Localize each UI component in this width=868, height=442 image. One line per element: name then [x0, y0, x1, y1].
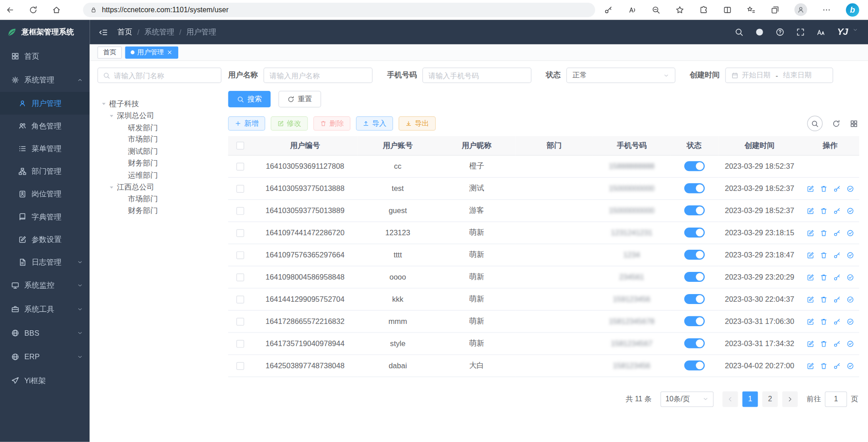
status-toggle[interactable]	[684, 205, 704, 215]
delete-icon[interactable]	[820, 362, 827, 370]
favorites-bar-icon[interactable]	[747, 5, 756, 14]
reset-password-icon[interactable]	[833, 273, 840, 281]
browser-home-icon[interactable]	[52, 5, 61, 14]
search-toggle-button[interactable]	[807, 116, 822, 131]
tab-home[interactable]: 首页	[97, 46, 122, 58]
next-page-button[interactable]	[782, 391, 797, 407]
delete-icon[interactable]	[820, 295, 827, 303]
page-button-1[interactable]: 1	[742, 391, 758, 407]
tree-node-测试部门[interactable]: 测试部门	[97, 146, 221, 157]
date-range-picker[interactable]: 开始日期 - 结束日期	[725, 67, 833, 83]
edit-icon[interactable]	[806, 318, 814, 325]
reset-password-icon[interactable]	[833, 340, 840, 347]
row-checkbox[interactable]	[237, 207, 244, 214]
page-button-2[interactable]: 2	[762, 391, 778, 407]
prev-page-button[interactable]	[722, 391, 738, 407]
status-toggle[interactable]	[684, 294, 704, 304]
password-key-icon[interactable]	[604, 5, 613, 14]
import-button[interactable]: 导入	[356, 116, 393, 131]
phone-input[interactable]	[422, 67, 531, 83]
sidebar-item-菜单管理[interactable]: 菜单管理	[0, 138, 90, 160]
reset-password-icon[interactable]	[833, 207, 840, 214]
status-toggle[interactable]	[684, 316, 704, 326]
split-screen-icon[interactable]	[723, 5, 732, 14]
edit-icon[interactable]	[806, 273, 814, 281]
sidebar-item-ERP[interactable]: ERP	[0, 345, 90, 369]
row-checkbox[interactable]	[237, 340, 244, 347]
user-avatar-logo[interactable]: YJ	[837, 27, 848, 38]
sidebar-item-系统工具[interactable]: 系统工具	[0, 297, 90, 321]
delete-icon[interactable]	[820, 318, 827, 325]
tree-node-运维部门[interactable]: 运维部门	[97, 170, 221, 181]
assign-role-icon[interactable]	[846, 318, 854, 325]
tree-node-研发部门[interactable]: 研发部门	[97, 122, 221, 133]
status-toggle[interactable]	[684, 272, 704, 282]
page-size-select[interactable]: 10条/页	[660, 391, 713, 407]
username-input[interactable]	[264, 67, 373, 83]
caret-down-icon[interactable]	[101, 101, 107, 107]
assign-role-icon[interactable]	[846, 251, 854, 259]
help-icon[interactable]	[776, 28, 785, 37]
sidebar-item-日志管理[interactable]: 日志管理	[0, 251, 90, 273]
assign-role-icon[interactable]	[846, 362, 854, 370]
assign-role-icon[interactable]	[846, 229, 854, 237]
reset-password-icon[interactable]	[833, 362, 840, 370]
status-toggle[interactable]	[684, 161, 704, 171]
search-button[interactable]: 搜索	[228, 91, 270, 108]
status-toggle[interactable]	[684, 228, 704, 238]
edit-icon[interactable]	[806, 207, 814, 214]
sidebar-item-用户管理[interactable]: 用户管理	[0, 92, 90, 114]
delete-icon[interactable]	[820, 229, 827, 237]
breadcrumb-system[interactable]: 系统管理	[144, 27, 174, 37]
caret-down-icon[interactable]	[109, 113, 114, 119]
sidebar-item-岗位管理[interactable]: 岗位管理	[0, 183, 90, 205]
extensions-icon[interactable]	[699, 5, 708, 14]
reset-password-icon[interactable]	[833, 295, 840, 303]
tree-node-市场部门[interactable]: 市场部门	[97, 134, 221, 146]
collections-icon[interactable]	[771, 5, 780, 14]
sidebar-item-字典管理[interactable]: 字典管理	[0, 205, 90, 228]
github-icon[interactable]	[755, 28, 764, 37]
tree-node-财务部门[interactable]: 财务部门	[97, 157, 221, 169]
add-button[interactable]: 新增	[228, 116, 265, 131]
reset-password-icon[interactable]	[833, 318, 840, 325]
goto-page-input[interactable]	[825, 391, 847, 407]
sidebar-item-BBS[interactable]: BBS	[0, 321, 90, 345]
delete-icon[interactable]	[820, 273, 827, 281]
sidebar-item-首页[interactable]: 首页	[0, 44, 90, 68]
assign-role-icon[interactable]	[846, 207, 854, 214]
sidebar-item-参数设置[interactable]: 参数设置	[0, 228, 90, 251]
delete-icon[interactable]	[820, 340, 827, 347]
row-checkbox[interactable]	[237, 251, 244, 259]
delete-icon[interactable]	[820, 207, 827, 214]
row-checkbox[interactable]	[237, 295, 244, 303]
reset-button[interactable]: 重置	[279, 91, 321, 108]
status-toggle[interactable]	[684, 338, 704, 348]
breadcrumb-home[interactable]: 首页	[117, 27, 132, 37]
status-toggle[interactable]	[684, 361, 704, 371]
sidebar-item-系统监控[interactable]: 系统监控	[0, 274, 90, 298]
sidebar-item-角色管理[interactable]: 角色管理	[0, 114, 90, 137]
status-select[interactable]: 正常	[566, 67, 675, 83]
reload-icon[interactable]	[29, 5, 38, 14]
assign-role-icon[interactable]	[846, 340, 854, 347]
reset-password-icon[interactable]	[833, 251, 840, 259]
edit-icon[interactable]	[806, 340, 814, 347]
row-checkbox[interactable]	[237, 273, 244, 281]
dept-search-input[interactable]	[114, 71, 216, 79]
font-size-icon[interactable]	[817, 28, 826, 37]
edit-icon[interactable]	[806, 185, 814, 192]
sidebar-item-部门管理[interactable]: 部门管理	[0, 160, 90, 183]
tab-user-management[interactable]: 用户管理	[125, 46, 178, 58]
tree-node-橙子科技[interactable]: 橙子科技	[97, 98, 221, 110]
row-checkbox[interactable]	[237, 162, 244, 170]
row-checkbox[interactable]	[237, 362, 244, 370]
row-checkbox[interactable]	[237, 318, 244, 325]
status-toggle[interactable]	[684, 250, 704, 260]
sidebar-fold-icon[interactable]	[99, 28, 108, 37]
delete-button[interactable]: 删除	[313, 116, 351, 131]
column-settings-icon[interactable]	[850, 119, 858, 128]
tree-node-财务部门[interactable]: 财务部门	[97, 205, 221, 217]
zoom-out-icon[interactable]	[652, 5, 661, 14]
avatar-chevron-down-icon[interactable]	[853, 27, 858, 33]
